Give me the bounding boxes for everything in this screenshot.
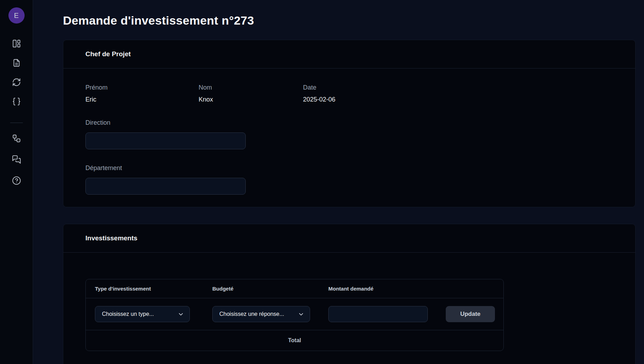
chevron-down-icon	[178, 311, 184, 318]
col-header-montant: Montant demandé	[319, 286, 437, 292]
document-icon[interactable]	[12, 58, 21, 67]
direction-field: Direction	[85, 119, 613, 149]
main-content: Demande d'investissement n°273 Chef de P…	[33, 0, 644, 364]
update-button[interactable]: Update	[446, 306, 495, 322]
chef-card-body: Prénom Eric Nom Knox Date 2025-02-06 Dir…	[63, 69, 635, 207]
sidebar-nav-top	[12, 39, 21, 106]
budgete-select-value: Choisissez une réponse...	[219, 311, 284, 317]
nom-field: Nom Knox	[199, 84, 303, 103]
investissements-card-header: Investissements	[63, 224, 635, 253]
braces-icon[interactable]	[12, 97, 21, 106]
page-title: Demande d'investissement n°273	[63, 0, 636, 27]
sidebar-divider	[10, 123, 23, 123]
investissements-card: Investissements Type d'investissement Bu…	[63, 224, 636, 364]
chef-card-title: Chef de Projet	[85, 50, 131, 58]
help-icon[interactable]	[12, 176, 21, 185]
messages-icon[interactable]	[12, 155, 21, 164]
col-header-type: Type d'investissement	[86, 286, 203, 292]
departement-field: Département	[85, 164, 613, 195]
table-footer-row: Total	[86, 330, 503, 351]
departement-input[interactable]	[85, 178, 246, 195]
dashboard-icon[interactable]	[12, 39, 21, 48]
total-label: Total	[288, 337, 301, 344]
investissements-card-title: Investissements	[85, 234, 137, 242]
prenom-field: Prénom Eric	[85, 84, 199, 103]
nom-value: Knox	[199, 96, 303, 103]
table-row: Choisissez un type... Choisissez un	[86, 298, 503, 330]
info-row: Prénom Eric Nom Knox Date 2025-02-06	[85, 84, 613, 103]
budgete-select[interactable]: Choisissez une réponse...	[212, 306, 310, 322]
date-value: 2025-02-06	[303, 96, 613, 103]
sidebar-nav-bottom	[12, 134, 21, 185]
type-select-value: Choisissez un type...	[102, 311, 154, 317]
direction-input[interactable]	[85, 132, 246, 149]
departement-label: Département	[85, 164, 613, 172]
sidebar: E	[0, 0, 33, 364]
refresh-icon[interactable]	[12, 78, 21, 87]
type-select[interactable]: Choisissez un type...	[95, 306, 190, 322]
date-label: Date	[303, 84, 613, 91]
chevron-down-icon	[298, 311, 304, 318]
direction-label: Direction	[85, 119, 613, 126]
table-header-row: Type d'investissement Budgeté Montant de…	[86, 279, 503, 298]
montant-input[interactable]	[328, 306, 428, 322]
chef-de-projet-card: Chef de Projet Prénom Eric Nom Knox Date…	[63, 40, 636, 207]
workflow-icon[interactable]	[12, 134, 21, 143]
col-header-budgete: Budgeté	[203, 286, 319, 292]
chef-card-header: Chef de Projet	[63, 40, 635, 69]
prenom-label: Prénom	[85, 84, 199, 91]
avatar[interactable]: E	[8, 7, 25, 24]
investissements-card-body: Type d'investissement Budgeté Montant de…	[63, 253, 635, 364]
nom-label: Nom	[199, 84, 303, 91]
investments-table: Type d'investissement Budgeté Montant de…	[85, 279, 504, 351]
date-field: Date 2025-02-06	[303, 84, 613, 103]
prenom-value: Eric	[85, 96, 199, 103]
